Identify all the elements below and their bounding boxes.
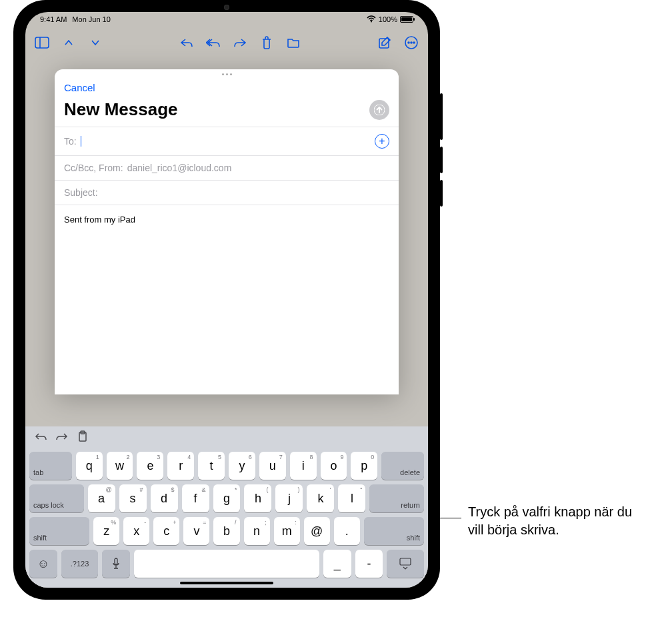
svg-rect-11 xyxy=(115,558,117,564)
text-cursor xyxy=(81,136,82,147)
svg-point-0 xyxy=(371,21,372,22)
key-capslock[interactable]: caps lock xyxy=(29,484,84,512)
sidebar-toggle-icon[interactable] xyxy=(35,35,49,50)
trash-icon[interactable] xyxy=(259,35,274,50)
key-dash[interactable]: - xyxy=(355,550,383,578)
key-q[interactable]: q1 xyxy=(76,452,103,480)
key-b[interactable]: b/ xyxy=(213,517,239,545)
key-dictation[interactable] xyxy=(102,550,130,578)
ipad-frame: 9:41 AM Mon Jun 10 100% xyxy=(13,0,440,600)
next-message-icon[interactable] xyxy=(88,35,103,50)
camera-dot xyxy=(224,5,229,10)
svg-point-7 xyxy=(413,42,415,43)
key-delete[interactable]: delete xyxy=(381,452,424,480)
key-z[interactable]: z% xyxy=(93,517,119,545)
compose-title: New Message xyxy=(64,99,178,120)
key-j[interactable]: j) xyxy=(275,484,303,512)
battery-icon xyxy=(400,16,413,23)
keyboard: tab q1w2e3r4t5y6u7i8o9p0delete caps lock… xyxy=(25,426,428,588)
reply-all-icon[interactable] xyxy=(206,35,221,50)
signature-text: Sent from my iPad xyxy=(64,215,389,225)
key-n[interactable]: n; xyxy=(244,517,270,545)
key-numbers[interactable]: .?123 xyxy=(61,550,99,578)
key-f[interactable]: f& xyxy=(182,484,209,512)
key-r[interactable]: r4 xyxy=(167,452,194,480)
key-e[interactable]: e3 xyxy=(137,452,163,480)
ccbcc-label: Cc/Bcc, From: xyxy=(64,163,123,173)
key-k[interactable]: k' xyxy=(307,484,334,512)
key-h[interactable]: h( xyxy=(244,484,271,512)
key-s[interactable]: s# xyxy=(119,484,147,512)
callout: Tryck på valfri knapp när du vill börja … xyxy=(420,503,648,539)
more-icon[interactable] xyxy=(404,35,419,50)
move-folder-icon[interactable] xyxy=(286,35,301,50)
undo-icon[interactable] xyxy=(35,432,47,444)
key-tab[interactable]: tab xyxy=(29,452,72,480)
send-button[interactable] xyxy=(369,100,389,120)
svg-point-6 xyxy=(411,42,412,43)
status-bar: 9:41 AM Mon Jun 10 100% xyxy=(25,12,428,27)
battery-percent: 100% xyxy=(379,15,397,23)
to-label: To: xyxy=(64,136,77,147)
reply-icon[interactable] xyxy=(179,35,194,50)
forward-icon[interactable] xyxy=(233,35,247,50)
key-o[interactable]: o9 xyxy=(321,452,347,480)
key-a[interactable]: a@ xyxy=(88,484,115,512)
key-p[interactable]: p0 xyxy=(351,452,377,480)
volume-down-button xyxy=(440,180,443,207)
svg-point-5 xyxy=(408,42,409,43)
key-shift-right[interactable]: shift xyxy=(364,517,424,545)
prev-message-icon[interactable] xyxy=(61,35,76,50)
key-v[interactable]: v= xyxy=(183,517,209,545)
keyboard-toolbar xyxy=(25,426,428,449)
key-@[interactable]: @ xyxy=(304,517,330,545)
status-time: 9:41 AM xyxy=(40,15,67,23)
compose-sheet: Cancel New Message To: + Cc/Bcc, From: d… xyxy=(55,69,399,394)
svg-rect-1 xyxy=(35,37,49,48)
key-d[interactable]: d$ xyxy=(151,484,178,512)
subject-label: Subject: xyxy=(64,187,98,198)
key-dismiss-keyboard[interactable] xyxy=(387,550,424,578)
key-underscore[interactable]: _ xyxy=(323,550,351,578)
volume-up-button xyxy=(440,147,443,173)
key-m[interactable]: m: xyxy=(274,517,300,545)
status-date: Mon Jun 10 xyxy=(72,15,110,23)
key-l[interactable]: l" xyxy=(338,484,365,512)
key-return[interactable]: return xyxy=(369,484,424,512)
add-contact-button[interactable]: + xyxy=(375,134,389,149)
key-space[interactable] xyxy=(134,550,319,578)
ccbcc-field[interactable]: Cc/Bcc, From: daniel_rico1@icloud.com xyxy=(55,155,399,180)
key-c[interactable]: c+ xyxy=(153,517,179,545)
key-t[interactable]: t5 xyxy=(198,452,225,480)
home-indicator[interactable] xyxy=(180,582,273,584)
to-field[interactable]: To: + xyxy=(55,127,399,155)
redo-icon[interactable] xyxy=(56,432,68,444)
callout-text: Tryck på valfri knapp när du vill börja … xyxy=(461,503,648,539)
key-i[interactable]: i8 xyxy=(290,452,317,480)
key-.[interactable]: . xyxy=(334,517,360,545)
key-w[interactable]: w2 xyxy=(107,452,133,480)
key-shift-left[interactable]: shift xyxy=(29,517,89,545)
key-g[interactable]: g* xyxy=(213,484,241,512)
screen: 9:41 AM Mon Jun 10 100% xyxy=(25,12,428,588)
clipboard-icon[interactable] xyxy=(77,430,88,445)
key-y[interactable]: y6 xyxy=(229,452,255,480)
from-value: daniel_rico1@icloud.com xyxy=(127,163,232,173)
message-body[interactable]: Sent from my iPad xyxy=(55,205,399,394)
svg-rect-12 xyxy=(400,558,411,565)
mail-toolbar xyxy=(25,29,428,56)
cancel-button[interactable]: Cancel xyxy=(64,82,95,93)
subject-field[interactable]: Subject: xyxy=(55,180,399,205)
compose-icon[interactable] xyxy=(377,35,392,50)
key-emoji[interactable]: ☺ xyxy=(29,550,57,578)
key-u[interactable]: u7 xyxy=(259,452,286,480)
wifi-icon xyxy=(367,15,376,24)
key-x[interactable]: x- xyxy=(123,517,149,545)
